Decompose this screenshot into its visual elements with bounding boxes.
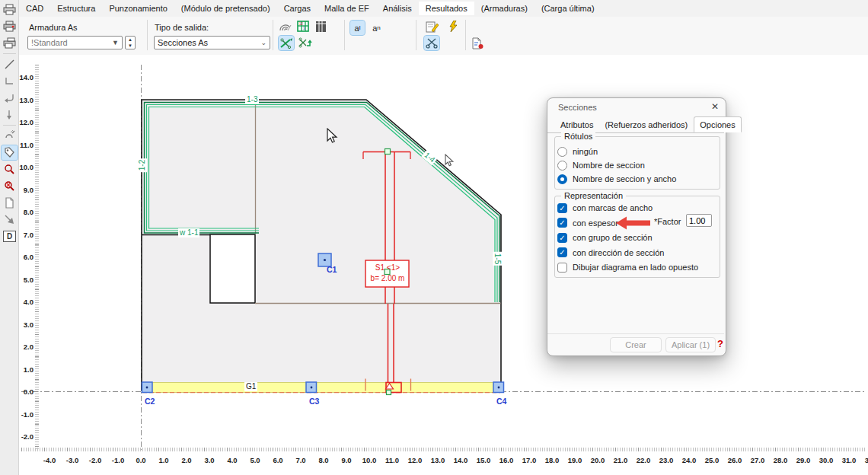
menu-bar: CADEstructuraPunzonamiento(Módulo de pre… (19, 0, 868, 17)
section-direction-icon[interactable] (298, 36, 313, 50)
x-axis-tick: 5.0 (244, 456, 266, 464)
radio-label: ningún (573, 147, 598, 156)
y-axis-tick: 10.0 (17, 163, 34, 171)
menu-item--carga-última-[interactable]: (Carga última) (535, 2, 602, 15)
checkbox-dibujar-diagrama-en-lado-opuesto[interactable]: Dibujar diagrama en lado opuesto (557, 261, 698, 273)
armadura-spinner[interactable]: ▲▼ (125, 36, 136, 49)
factor-input[interactable] (686, 214, 712, 227)
down-arrow-icon[interactable] (2, 107, 18, 122)
undo-curve-icon[interactable] (2, 91, 18, 105)
checkbox-icon[interactable] (557, 203, 567, 213)
recalculate-lightning-icon[interactable] (445, 19, 461, 33)
toolbar-separator (3, 53, 16, 54)
printer-icon[interactable] (2, 2, 18, 17)
menu-item-cargas[interactable]: Cargas (277, 2, 318, 15)
polyline-corner-icon[interactable] (2, 74, 18, 88)
x-axis-tick: 30.0 (815, 456, 838, 464)
checkbox-icon[interactable] (557, 218, 567, 228)
al-button[interactable]: al (350, 21, 365, 35)
x-axis-tick: 8.0 (312, 456, 335, 464)
plot-printer-icon[interactable] (2, 19, 18, 33)
x-axis-tick: 7.0 (289, 456, 312, 464)
zoom-in-icon[interactable] (2, 162, 18, 177)
radio-icon[interactable] (557, 161, 567, 171)
main-toolbar: Armadura As !Standard▼ ▲▼ Tipo de salida… (19, 17, 868, 56)
checkbox-con-dirección-de-sección[interactable]: con dirección de sección (557, 247, 664, 259)
x-axis-tick: 29.0 (792, 456, 815, 464)
section-label-1-2[interactable]: 1-2 (138, 158, 147, 172)
aplicar-button[interactable]: Aplicar (1) (665, 337, 716, 352)
tab-opciones[interactable]: Opciones (694, 116, 741, 132)
section-s1-label[interactable]: S1 <1> b= 2.00 m (366, 263, 409, 284)
radio-icon[interactable] (557, 174, 567, 184)
column-label-c4: C4 (496, 397, 506, 406)
x-axis-tick: -1.0 (107, 456, 129, 464)
print-preview-icon[interactable] (2, 36, 18, 50)
toolbar-separator (147, 20, 148, 50)
checkbox-icon[interactable] (557, 233, 567, 243)
menu-item-análisis[interactable]: Análisis (376, 2, 419, 15)
help-button[interactable]: ? (717, 338, 723, 349)
3d-view-icon[interactable]: D (2, 229, 18, 244)
s1-name: S1 <1> (366, 263, 409, 273)
checkbox-con-grupo-de-sección[interactable]: con grupo de sección (557, 231, 653, 244)
radio-nombre-de-seccion-y-ancho[interactable]: Nombre de seccion y ancho (557, 173, 676, 185)
dialog-title: Secciones (558, 103, 597, 112)
toolbar-separator (344, 20, 345, 50)
an-button[interactable]: an (369, 21, 384, 35)
x-axis-tick: 6.0 (266, 456, 289, 464)
radio-ningún[interactable]: ningún (557, 145, 598, 158)
page-icon[interactable] (2, 196, 18, 210)
menu-item-malla-de-ef[interactable]: Malla de EF (318, 2, 376, 15)
menu-item--armaduras-[interactable]: (Armaduras) (474, 2, 535, 15)
menu-item-punzonamiento[interactable]: Punzonamiento (102, 2, 174, 15)
menu-item--módulo-de-pretensado-[interactable]: (Módulo de pretensado) (174, 2, 277, 15)
mesh-values-icon[interactable]: 123 (295, 19, 311, 33)
armadura-combobox[interactable]: !Standard▼ (27, 36, 123, 49)
result-table-icon[interactable] (313, 19, 328, 33)
cut-section-icon[interactable] (424, 36, 439, 50)
draw-line-icon[interactable] (2, 57, 18, 72)
probe-icon[interactable] (2, 129, 18, 143)
isolines-icon[interactable] (277, 19, 292, 33)
checkbox-icon[interactable] (557, 247, 567, 257)
x-axis-tick: 28.0 (769, 456, 792, 464)
checkbox-con-espesor[interactable]: con espesor (557, 217, 618, 229)
menu-item-resultados[interactable]: Resultados (419, 2, 474, 15)
tipo-salida-combobox[interactable]: Secciones As⌄ (154, 36, 270, 49)
x-axis-tick: 1.0 (152, 456, 175, 464)
zoom-remove-icon[interactable] (2, 179, 18, 193)
checkbox-con-marcas-de-ancho[interactable]: con marcas de ancho (557, 202, 653, 214)
x-axis-tick: 26.0 (723, 456, 746, 464)
svg-text:D: D (6, 232, 11, 241)
y-axis-tick: 7.0 (17, 231, 34, 239)
menu-item-estructura[interactable]: Estructura (50, 2, 102, 15)
x-axis-tick: 4.0 (221, 456, 244, 464)
section-label-1-3[interactable]: 1-3 (245, 95, 259, 104)
report-edit-icon[interactable] (424, 19, 439, 33)
section-draw-icon[interactable] (279, 36, 294, 50)
y-axis-tick: -1.0 (17, 410, 34, 419)
select-arrow-icon[interactable] (2, 212, 18, 227)
checkbox-icon[interactable] (557, 263, 567, 273)
x-axis-tick: 31.0 (838, 456, 860, 464)
column-label-c3: C3 (309, 397, 319, 406)
tab-atributos[interactable]: Atributos (555, 118, 598, 132)
menu-item-cad[interactable]: CAD (19, 2, 50, 15)
tab--refuerzos-adheridos-[interactable]: (Refuerzos adheridos) (599, 118, 693, 132)
y-axis-tick: 6.0 (17, 253, 34, 261)
section-label-w1-1[interactable]: w 1-1 (178, 228, 199, 238)
horizontal-ruler (21, 448, 865, 451)
radio-icon[interactable] (557, 147, 567, 157)
section-label-1-5[interactable]: 1-5 (493, 252, 502, 266)
radio-nombre-de-seccion[interactable]: Nombre de seccion (557, 159, 645, 171)
tag-icon[interactable] (2, 145, 18, 160)
beam-label-g1[interactable]: G1 (244, 382, 257, 391)
close-icon[interactable]: ✕ (708, 101, 722, 113)
chevron-down-icon[interactable]: ▼ (112, 39, 119, 46)
toolbar-separator (465, 20, 466, 50)
export-page-icon[interactable] (470, 36, 485, 50)
crear-button[interactable]: Crear (610, 337, 662, 352)
chevron-down-icon[interactable]: ⌄ (260, 39, 266, 46)
column-label-c2: C2 (145, 397, 155, 406)
